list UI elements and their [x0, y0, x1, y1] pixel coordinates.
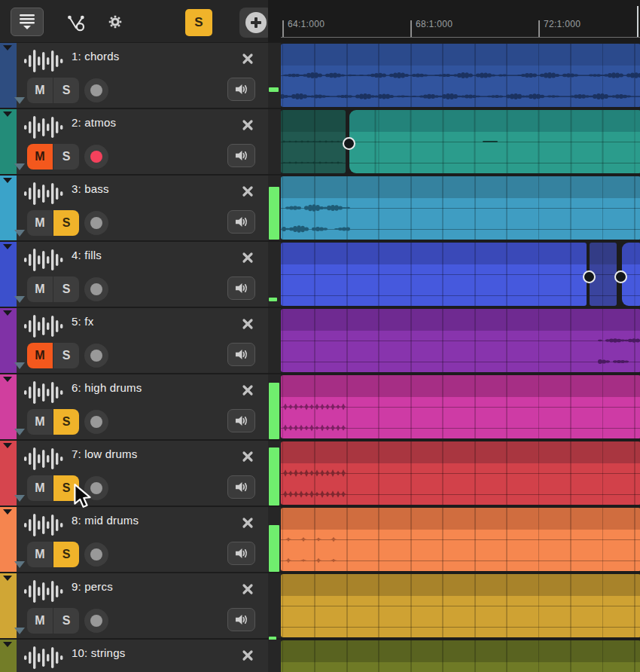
track-menu-triangle-icon[interactable] [3, 642, 12, 647]
close-icon[interactable] [242, 53, 254, 65]
monitor-button[interactable] [227, 144, 255, 167]
track-name[interactable]: 3: bass [72, 182, 109, 195]
monitor-button[interactable] [227, 409, 255, 432]
fade-handle[interactable] [614, 270, 627, 283]
track-lane[interactable] [281, 176, 640, 240]
mute-button[interactable]: M [27, 475, 53, 501]
track-name[interactable]: 8: mid drums [72, 514, 139, 527]
mute-button[interactable]: M [27, 343, 53, 368]
collapse-arrow-icon[interactable] [14, 628, 25, 634]
solo-button[interactable]: S [53, 78, 79, 103]
monitor-button[interactable] [227, 210, 255, 234]
close-icon[interactable] [242, 318, 254, 330]
track-menu-triangle-icon[interactable] [3, 443, 12, 448]
monitor-button[interactable] [227, 475, 255, 499]
solo-button[interactable]: S [53, 542, 79, 567]
audio-clip[interactable] [281, 176, 640, 240]
settings-button[interactable] [104, 11, 126, 33]
audio-clip[interactable] [281, 309, 640, 372]
record-arm-button[interactable] [84, 78, 108, 102]
track-menu-triangle-icon[interactable] [3, 310, 12, 316]
track-header[interactable]: 10: strings M S [0, 640, 268, 672]
record-arm-button[interactable] [84, 609, 108, 633]
track-menu-triangle-icon[interactable] [3, 244, 12, 249]
track-menu-triangle-icon[interactable] [3, 111, 12, 117]
close-icon[interactable] [242, 649, 254, 661]
track-menu-triangle-icon[interactable] [3, 509, 12, 515]
mute-button[interactable]: M [27, 210, 53, 236]
mute-button[interactable]: M [27, 409, 53, 435]
playhead-marker[interactable] [637, 6, 638, 37]
close-icon[interactable] [242, 451, 254, 463]
track-lane[interactable] [281, 308, 640, 373]
node-graph-button[interactable] [62, 8, 92, 36]
close-icon[interactable] [242, 583, 254, 595]
audio-clip[interactable] [349, 110, 640, 173]
audio-clip[interactable] [281, 508, 640, 571]
mute-button[interactable]: M [27, 608, 53, 634]
audio-clip[interactable] [281, 375, 640, 438]
record-arm-button[interactable] [84, 542, 108, 567]
collapse-arrow-icon[interactable] [14, 429, 25, 435]
collapse-arrow-icon[interactable] [14, 163, 25, 170]
monitor-button[interactable] [227, 78, 255, 101]
audio-clip[interactable] [281, 243, 587, 306]
track-header[interactable]: 1: chords M S [0, 43, 268, 108]
audio-clip[interactable] [281, 574, 640, 637]
record-arm-button[interactable] [84, 344, 108, 368]
collapse-arrow-icon[interactable] [14, 230, 25, 237]
track-name[interactable]: 7: low drums [72, 447, 137, 460]
track-options-button[interactable] [11, 8, 44, 36]
collapse-arrow-icon[interactable] [14, 362, 25, 369]
track-header[interactable]: 7: low drums M S [0, 441, 268, 506]
close-icon[interactable] [242, 119, 254, 131]
mute-button[interactable]: M [27, 542, 53, 567]
fade-handle[interactable] [583, 270, 596, 283]
track-header[interactable]: 9: percs M S [0, 573, 268, 638]
track-lane[interactable] [281, 374, 640, 439]
record-arm-button[interactable] [84, 145, 108, 169]
track-lane[interactable] [281, 441, 640, 506]
record-arm-button[interactable] [84, 211, 108, 235]
track-name[interactable]: 10: strings [72, 646, 125, 659]
track-header[interactable]: 6: high drums M S [0, 374, 268, 439]
track-name[interactable]: 5: fx [72, 315, 93, 328]
track-name[interactable]: 9: percs [72, 580, 113, 593]
track-lane[interactable] [281, 640, 640, 672]
track-lane[interactable] [281, 242, 640, 307]
solo-button[interactable]: S [53, 210, 79, 236]
monitor-button[interactable] [227, 343, 255, 366]
collapse-arrow-icon[interactable] [14, 495, 25, 502]
track-menu-triangle-icon[interactable] [3, 45, 12, 50]
track-name[interactable]: 1: chords [72, 50, 120, 63]
close-icon[interactable] [242, 384, 254, 396]
track-name[interactable]: 4: fills [72, 249, 102, 261]
track-lane[interactable] [281, 43, 640, 108]
solo-button[interactable]: S [53, 276, 79, 302]
timeline-ruler[interactable]: 64:1:00068:1:00072:1:000 [268, 0, 640, 42]
solo-button[interactable]: S [53, 343, 79, 368]
mute-button[interactable]: M [27, 78, 53, 103]
collapse-arrow-icon[interactable] [14, 296, 25, 303]
fade-handle[interactable] [343, 137, 355, 150]
track-name[interactable]: 2: atmos [72, 116, 116, 129]
mute-button[interactable]: M [27, 144, 53, 170]
track-header[interactable]: 2: atmos M S [0, 109, 268, 174]
track-menu-triangle-icon[interactable] [3, 178, 12, 183]
solo-button[interactable]: S [53, 144, 79, 170]
collapse-arrow-icon[interactable] [14, 561, 25, 568]
monitor-button[interactable] [227, 542, 255, 565]
track-header[interactable]: 3: bass M S [0, 176, 268, 240]
track-lane[interactable] [281, 109, 640, 174]
track-header[interactable]: 8: mid drums M S [0, 507, 268, 572]
track-lane[interactable] [281, 573, 640, 638]
close-icon[interactable] [242, 185, 254, 197]
track-menu-triangle-icon[interactable] [3, 576, 12, 581]
track-menu-triangle-icon[interactable] [3, 377, 12, 382]
track-header[interactable]: 5: fx M S [0, 308, 268, 373]
track-name[interactable]: 6: high drums [72, 381, 142, 394]
monitor-button[interactable] [227, 608, 255, 631]
solo-button[interactable]: S [53, 409, 79, 435]
solo-button[interactable]: S [53, 608, 79, 634]
mute-button[interactable]: M [27, 276, 53, 302]
